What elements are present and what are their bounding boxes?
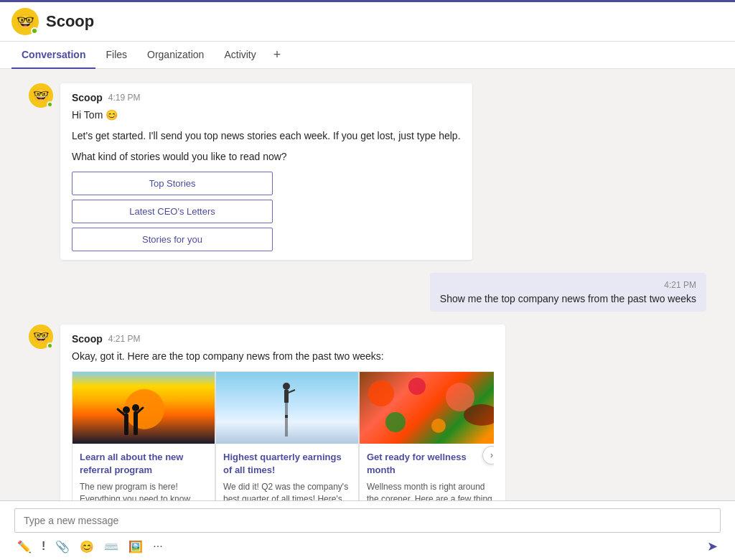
top-bar: 🤓 Scoop: [0, 0, 735, 42]
user-bubble-1: 4:21 PM Show me the top company news fro…: [430, 273, 706, 312]
food-decoration: [360, 372, 494, 444]
chat-area: 🤓 Scoop 4:19 PM Hi Tom 😊 Let's get start…: [0, 69, 735, 500]
svg-rect-8: [285, 415, 288, 418]
bot-avatar: 🤓: [29, 83, 53, 108]
bot-line-2: Let's get started. I'll send you top new…: [72, 129, 461, 144]
news-card-3: Get ready for wellness month Wellness mo…: [359, 371, 494, 500]
svg-rect-10: [284, 390, 289, 403]
tabs-bar: Conversation Files Organization Activity…: [0, 42, 735, 69]
message-toolbar: ✏️ ! 📎 😊 ⌨️ 🖼️ ··· ➤: [14, 538, 721, 554]
news-card-3-title: Get ready for wellness month: [367, 451, 494, 477]
svg-point-0: [124, 389, 164, 429]
news-cards: Learn all about the new referral program…: [72, 371, 494, 500]
bot-meta-1: Scoop 4:19 PM: [72, 92, 461, 103]
svg-point-2: [123, 406, 130, 414]
bot-line-1: Hi Tom 😊: [72, 108, 461, 123]
tab-activity[interactable]: Activity: [214, 42, 266, 69]
app-logo: 🤓: [11, 8, 39, 35]
svg-point-12: [368, 381, 394, 406]
svg-point-4: [132, 404, 139, 411]
bot-line-3: What kind of stories would you like to r…: [72, 149, 461, 164]
news-card-3-desc: Wellness month is right around the coren…: [367, 481, 494, 500]
bot-intro-text: Okay, got it. Here are the top company n…: [72, 349, 494, 364]
message-input[interactable]: [14, 508, 721, 533]
format-icon[interactable]: ✏️: [17, 540, 32, 554]
bot-time-2: 4:21 PM: [108, 334, 141, 344]
message-input-bar: ✏️ ! 📎 😊 ⌨️ 🖼️ ··· ➤: [0, 500, 735, 560]
ceo-letters-button[interactable]: Latest CEO's Letters: [72, 200, 273, 223]
news-card-2: Highest quarterly earnings of all times!…: [215, 371, 359, 500]
bot-sender-2: Scoop: [72, 333, 103, 345]
emoji-icon[interactable]: 😊: [80, 540, 94, 554]
bot-online-dot: [47, 101, 53, 108]
bot-text-1: Hi Tom 😊 Let's get started. I'll send yo…: [72, 108, 461, 164]
add-tab-button[interactable]: +: [266, 42, 289, 68]
news-card-2-desc: We did it! Q2 was the company's best qua…: [223, 481, 351, 500]
app-title: Scoop: [46, 12, 94, 31]
news-card-2-body: Highest quarterly earnings of all times!…: [216, 444, 358, 500]
sky-silhouette: [216, 372, 358, 444]
sunset-silhouette: [72, 372, 215, 444]
bot-online-dot-2: [47, 342, 53, 349]
bot-avatar-2: 🤓: [29, 325, 53, 349]
svg-point-9: [283, 383, 290, 390]
more-icon[interactable]: ···: [153, 540, 162, 553]
news-card-1: Learn all about the new referral program…: [72, 371, 215, 500]
news-card-3-image: [360, 372, 494, 444]
giphy-icon[interactable]: ⌨️: [104, 540, 118, 554]
bot-meta-2: Scoop 4:21 PM: [72, 333, 494, 345]
svg-point-13: [408, 378, 426, 395]
send-button[interactable]: ➤: [707, 538, 718, 554]
bot-sender-1: Scoop: [72, 92, 103, 103]
news-card-2-image: [216, 372, 358, 444]
stories-for-you-button[interactable]: Stories for you: [72, 228, 273, 251]
news-card-1-title: Learn all about the new referral program: [80, 451, 207, 477]
news-card-3-body: Get ready for wellness month Wellness mo…: [360, 444, 494, 500]
online-indicator: [31, 27, 38, 34]
tab-conversation[interactable]: Conversation: [11, 42, 95, 69]
news-card-2-title: Highest quarterly earnings of all times!: [223, 451, 351, 477]
top-stories-button[interactable]: Top Stories: [72, 172, 273, 195]
attach-icon[interactable]: 📎: [55, 540, 70, 554]
bot-message-1: 🤓 Scoop 4:19 PM Hi Tom 😊 Let's get start…: [29, 83, 706, 260]
tab-files[interactable]: Files: [95, 42, 137, 69]
news-card-1-image: [72, 372, 215, 444]
bot-message-2: 🤓 Scoop 4:21 PM Okay, got it. Here are t…: [29, 325, 706, 500]
bot-emoji: 🤓: [33, 88, 49, 103]
user-time-1: 4:21 PM: [440, 280, 696, 290]
user-message-1: 4:21 PM Show me the top company news fro…: [29, 273, 706, 312]
image-icon[interactable]: 🖼️: [128, 540, 143, 554]
svg-point-17: [431, 419, 446, 433]
news-card-1-body: Learn all about the new referral program…: [72, 444, 215, 500]
bot-bubble-1: Scoop 4:19 PM Hi Tom 😊 Let's get started…: [60, 83, 472, 260]
tab-organization[interactable]: Organization: [137, 42, 214, 69]
bot-bubble-2: Scoop 4:21 PM Okay, got it. Here are the…: [60, 325, 505, 500]
urgent-icon[interactable]: !: [42, 540, 45, 553]
bot-time-1: 4:19 PM: [108, 93, 141, 103]
story-buttons: Top Stories Latest CEO's Letters Stories…: [72, 172, 273, 251]
bot-emoji-2: 🤓: [33, 329, 49, 345]
bot-intro-2: Okay, got it. Here are the top company n…: [72, 349, 494, 364]
user-text-1: Show me the top company news from the pa…: [440, 293, 696, 304]
svg-point-16: [385, 412, 406, 432]
news-card-1-desc: The new program is here! Everything you …: [80, 481, 207, 500]
